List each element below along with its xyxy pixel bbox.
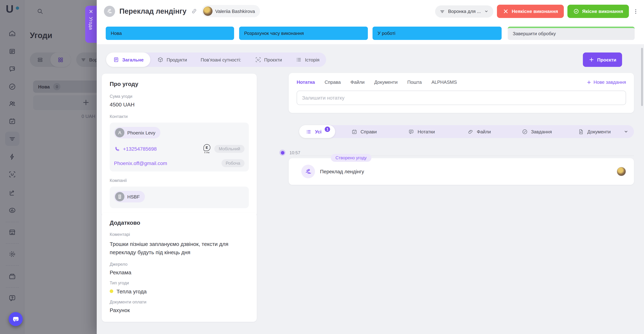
activity-tab-case[interactable]: Справа bbox=[324, 80, 341, 85]
deal-slideover-panel: Переклад лендінгу Valeriia Bashkirova Во… bbox=[97, 0, 644, 334]
plus-icon bbox=[586, 80, 591, 85]
activity-tab-documents[interactable]: Документи bbox=[374, 80, 398, 85]
echat-icon[interactable]: E E chat bbox=[203, 144, 211, 154]
support-chat-fab[interactable] bbox=[9, 312, 23, 326]
timeline-event-card[interactable]: Створено угоду Переклад лендінгу bbox=[289, 158, 634, 185]
contact-chip[interactable]: Phoenix Levy bbox=[114, 127, 160, 138]
approve-button[interactable]: Якісне виконання bbox=[568, 5, 629, 18]
face-scan-icon bbox=[255, 56, 261, 63]
payment-docs-label: Документи оплати bbox=[110, 299, 249, 304]
funnel-icon bbox=[440, 8, 445, 14]
contact-email-link[interactable]: Phoenix.off@gmail.com bbox=[114, 160, 167, 166]
reject-button[interactable]: Неякісне виконання bbox=[497, 5, 564, 18]
calendar-check-icon bbox=[351, 128, 357, 135]
deal-tabbar: Загальне Продукти Пов’язані сутності: Пр… bbox=[106, 52, 326, 67]
hand-coins-icon bbox=[304, 168, 312, 175]
x-icon bbox=[503, 8, 509, 14]
tab-projects[interactable]: Проєкти bbox=[248, 52, 289, 67]
activity-tab-note[interactable]: Нотатка bbox=[297, 80, 315, 85]
hand-coins-icon bbox=[106, 8, 113, 14]
tab-general[interactable]: Загальне bbox=[106, 52, 150, 67]
approve-button-label: Якісне виконання bbox=[582, 9, 623, 14]
modal-dim-overlay[interactable] bbox=[0, 0, 97, 334]
contact-name: Phoenix Levy bbox=[127, 130, 155, 135]
pipeline-select[interactable]: Воронка для ... bbox=[435, 5, 493, 18]
event-author-avatar bbox=[617, 167, 626, 176]
deal-header: Переклад лендінгу Valeriia Bashkirova Во… bbox=[97, 0, 644, 44]
activity-tab-mail[interactable]: Пошта bbox=[408, 80, 422, 85]
contact-phone: +13254785698 bbox=[123, 146, 157, 152]
app-root: U Угоди Вор Нова 0 bbox=[0, 0, 644, 334]
company-chip[interactable]: HSBF bbox=[114, 191, 145, 202]
tab-products-label: Продукти bbox=[167, 57, 187, 62]
filter-files-label: Файли bbox=[477, 129, 491, 134]
tab-products[interactable]: Продукти bbox=[150, 52, 194, 67]
list-icon bbox=[306, 128, 312, 135]
event-badge: Створено угоду bbox=[331, 154, 371, 162]
note-icon bbox=[408, 128, 414, 135]
close-icon[interactable] bbox=[88, 9, 94, 14]
list-icon bbox=[296, 56, 302, 63]
comment-value[interactable]: Трошки пізніше заплануємо дзвінок, текст… bbox=[110, 240, 249, 256]
scrollbar-thumb[interactable] bbox=[641, 48, 643, 106]
timeline-dot bbox=[280, 150, 286, 156]
contact-phone-link[interactable]: +13254785698 bbox=[114, 146, 157, 152]
filter-documents-label: Документи bbox=[587, 129, 611, 134]
owner-name: Valeriia Bashkirova bbox=[215, 8, 255, 14]
stage-pill[interactable]: Нова bbox=[106, 26, 234, 40]
additional-card: Додатково Коментарі Трошки пізніше запла… bbox=[102, 212, 257, 322]
comment-label: Коментарі bbox=[110, 232, 249, 237]
tab-history[interactable]: Історія bbox=[289, 52, 326, 67]
email-type-tag: Робоча bbox=[221, 159, 244, 167]
contact-email: Phoenix.off@gmail.com bbox=[114, 160, 167, 166]
note-input[interactable] bbox=[297, 90, 626, 105]
stage-pill[interactable]: Розрахунок часу виконання bbox=[239, 26, 368, 40]
source-value[interactable]: Реклама bbox=[110, 269, 249, 275]
tab-general-label: Загальне bbox=[122, 57, 144, 62]
deal-type-value[interactable]: Тепла угода bbox=[110, 288, 249, 294]
filter-all[interactable]: Усі 1 bbox=[299, 125, 335, 138]
paperclip-icon bbox=[468, 128, 474, 135]
phone-type-tag: Мобільний bbox=[214, 145, 244, 153]
new-task-button[interactable]: Нове завдання bbox=[586, 80, 626, 85]
card-icon bbox=[113, 56, 120, 63]
payment-docs-value[interactable]: Рахунок bbox=[110, 307, 249, 313]
deal-tab-label: Угода bbox=[88, 17, 94, 30]
contact-block: Phoenix Levy +13254785698 E E chat Мобіл… bbox=[110, 122, 249, 172]
filter-all-label: Усі bbox=[315, 129, 322, 134]
chevron-down-icon[interactable] bbox=[623, 129, 629, 134]
filter-cases-label: Справи bbox=[360, 129, 377, 134]
amount-value[interactable]: 4500 UAH bbox=[110, 102, 249, 108]
event-title[interactable]: Переклад лендінгу bbox=[320, 168, 364, 174]
source-label: Джерело bbox=[110, 262, 249, 266]
copy-link-icon[interactable] bbox=[191, 8, 197, 14]
activity-tab-files[interactable]: Файли bbox=[350, 80, 364, 85]
new-task-label: Нове завдання bbox=[594, 80, 626, 85]
filter-all-count: 1 bbox=[325, 126, 330, 132]
check-circle-icon bbox=[573, 8, 579, 14]
filter-cases[interactable]: Справи bbox=[335, 128, 393, 135]
about-deal-card: Про угоду Сума угоди 4500 UAH Контакти P… bbox=[102, 74, 257, 217]
filter-files[interactable]: Файли bbox=[450, 128, 508, 135]
deal-type-label: Тип угоди bbox=[110, 280, 249, 285]
add-project-button[interactable]: Проєкти bbox=[583, 52, 622, 67]
stage-pill[interactable]: У роботі bbox=[372, 26, 502, 40]
filter-tasks-label: Завдання bbox=[531, 129, 552, 134]
amount-label: Сума угоди bbox=[110, 94, 249, 99]
deal-avatar bbox=[104, 6, 115, 17]
filter-documents[interactable]: Документи bbox=[566, 128, 623, 135]
owner-pill[interactable]: Valeriia Bashkirova bbox=[202, 5, 260, 17]
activity-tabs: Нотатка Справа Файли Документи Пошта ALP… bbox=[297, 80, 626, 85]
filter-tasks[interactable]: Завдання bbox=[508, 128, 566, 135]
more-actions-icon[interactable] bbox=[632, 7, 639, 16]
tab-history-label: Історія bbox=[305, 57, 320, 62]
filter-notes[interactable]: Нотатки bbox=[393, 128, 450, 135]
deal-slideover-tab[interactable]: Угода bbox=[85, 6, 97, 43]
stage-pill-final[interactable]: Завершити обробку bbox=[508, 26, 635, 40]
stage-bar: Нова Розрахунок часу виконання У роботі … bbox=[97, 26, 644, 40]
deal-title[interactable]: Переклад лендінгу bbox=[120, 7, 186, 15]
check-circle-icon bbox=[522, 128, 528, 135]
deal-type-text: Тепла угода bbox=[116, 288, 147, 294]
activity-tab-alphasms[interactable]: ALPHASMS bbox=[432, 80, 457, 85]
tab-related-entities[interactable]: Пов’язані сутності: bbox=[194, 52, 248, 67]
